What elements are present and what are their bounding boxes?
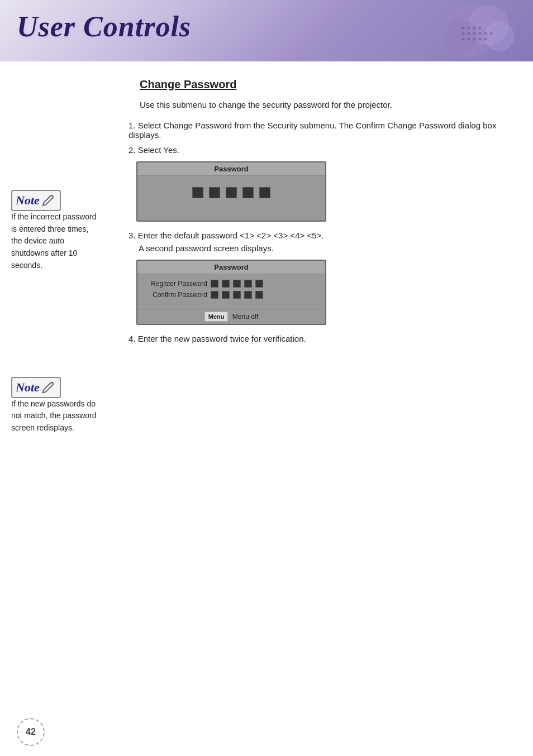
dot-3 [226, 187, 237, 198]
svg-point-5 [468, 27, 470, 30]
header-banner: User Controls [0, 0, 533, 61]
conf-dot-2 [222, 291, 230, 299]
svg-point-14 [462, 38, 465, 41]
svg-point-9 [468, 32, 470, 35]
right-content: Change Password Use this submenu to chan… [112, 73, 533, 360]
dialog-2-footer: Menu Menu off [137, 309, 325, 324]
note-badge-1: Note [11, 190, 61, 211]
step-4: 4. Enter the new password twice for veri… [123, 334, 511, 343]
step-2-number: 2. [129, 145, 136, 155]
note-badge-2: Note [11, 377, 61, 398]
note-text-1: If the incorrect password is entered thr… [11, 211, 101, 271]
step4-empty-col [112, 366, 533, 442]
step-3: 3. Enter the default password <1> <2> <3… [123, 231, 511, 240]
dot-2 [209, 187, 220, 198]
svg-point-13 [490, 32, 493, 35]
reg-dot-2 [222, 280, 230, 288]
svg-point-15 [468, 38, 470, 41]
svg-point-17 [479, 38, 482, 41]
note-col-2: Note If the new passwords do not match, … [0, 366, 112, 442]
section-title: Change Password [123, 78, 511, 91]
step-1-number: 1. [129, 121, 136, 130]
conf-dot-1 [211, 291, 218, 299]
dialog-1-title: Password [137, 162, 325, 176]
reg-dot-4 [244, 280, 252, 288]
svg-point-12 [484, 32, 487, 35]
svg-point-8 [462, 32, 465, 35]
step-3-text: Enter the default password <1> <2> <3> <… [138, 231, 324, 240]
dot-4 [242, 187, 254, 198]
reg-dot-5 [255, 280, 263, 288]
register-password-row: Register Password [146, 280, 316, 288]
dot-5 [259, 187, 270, 198]
reg-dot-1 [211, 280, 218, 288]
step-3-sub-text: A second password screen displays. [139, 243, 274, 253]
password-dialog-2: Password Register Password Confirm Passw… [136, 260, 326, 325]
note-box-2: Note If the new passwords do not match, … [11, 377, 101, 434]
confirm-password-row: Confirm Password [146, 291, 316, 299]
menu-off-text: Menu off [232, 313, 258, 320]
dialog-2-title: Password [137, 261, 325, 274]
confirm-dots [211, 291, 263, 299]
svg-point-16 [473, 38, 476, 41]
password-dialog-1: Password [136, 161, 326, 222]
step-4-text: Enter the new password twice for verific… [138, 334, 306, 343]
section-description: Use this submenu to change the security … [123, 99, 511, 112]
svg-point-3 [486, 22, 513, 50]
step-3-sub: A second password screen displays. [123, 243, 511, 253]
dialog-1-body [137, 176, 325, 209]
note-box-1: Note If the incorrect password is entere… [11, 190, 101, 271]
confirm-password-label: Confirm Password [146, 291, 211, 299]
pencil-icon-1 [42, 194, 54, 207]
reg-dot-3 [233, 280, 241, 288]
dialog-2-body: Register Password Confirm Password [137, 274, 325, 309]
step-2-text: Select Yes. [138, 145, 179, 155]
menu-button[interactable]: Menu [204, 312, 229, 322]
register-password-label: Register Password [146, 280, 211, 288]
note-text-2: If the new passwords do not match, the p… [11, 398, 101, 434]
svg-point-10 [473, 32, 476, 35]
conf-dot-5 [255, 291, 263, 299]
svg-point-2 [444, 20, 477, 53]
dialog-1-footer-space [137, 209, 325, 221]
dot-1 [192, 187, 203, 198]
step-3-number: 3. [129, 231, 136, 240]
svg-point-7 [479, 27, 482, 30]
step-4-number: 4. [129, 334, 136, 343]
step-1-text: Select Change Password from the Security… [129, 121, 496, 140]
conf-dot-3 [233, 291, 241, 299]
left-sidebar: Note If the incorrect password is entere… [0, 73, 112, 360]
note-label-2: Note [16, 380, 40, 395]
page-number: 42 [17, 718, 45, 746]
svg-point-4 [462, 27, 465, 30]
password-dots-1 [192, 187, 270, 198]
svg-point-6 [473, 27, 476, 30]
step-1: 1. Select Change Password from the Secur… [123, 121, 511, 140]
svg-point-11 [479, 32, 482, 35]
second-note-area: Note If the new passwords do not match, … [0, 360, 533, 465]
note-label-1: Note [16, 193, 40, 208]
page-title: User Controls [17, 10, 191, 43]
svg-point-18 [484, 38, 487, 41]
header-decoration [404, 3, 516, 59]
conf-dot-4 [244, 291, 252, 299]
pencil-icon-2 [42, 381, 54, 394]
step-2: 2. Select Yes. [123, 145, 511, 155]
register-dots [211, 280, 263, 288]
